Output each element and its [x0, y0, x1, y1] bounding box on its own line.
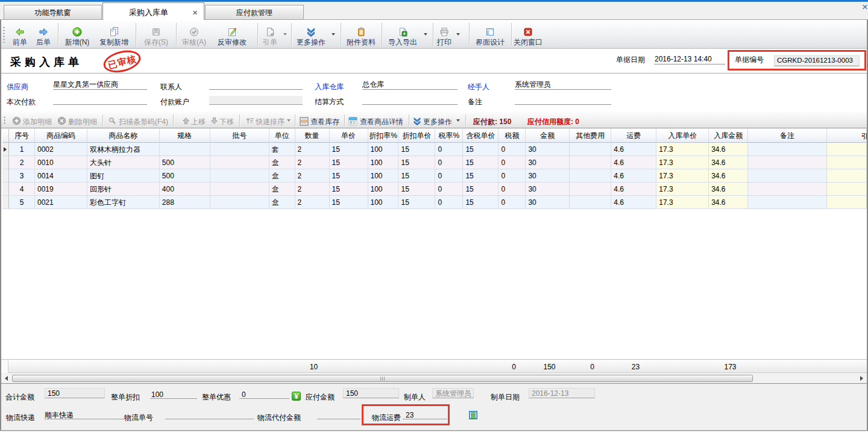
svg-text:¥: ¥ [294, 392, 298, 401]
